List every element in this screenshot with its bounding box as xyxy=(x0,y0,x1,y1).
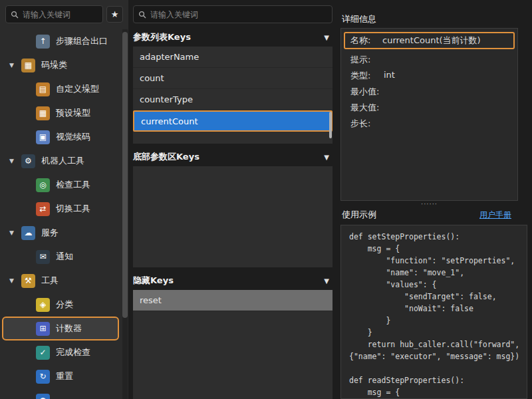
sidebar-item-partial[interactable]: ● xyxy=(0,388,121,399)
sidebar-item-completion-check[interactable]: ✓ 完成检查 xyxy=(0,340,121,364)
sidebar-item-inspection-tool[interactable]: ◎ 检查工具 xyxy=(0,173,121,197)
bottom-param-key-list xyxy=(133,166,332,267)
detail-row-max: 最大值: xyxy=(341,100,517,116)
classification-icon: ◈ xyxy=(36,298,50,312)
collapse-icon[interactable]: ▼ xyxy=(324,34,332,41)
search-icon xyxy=(138,11,146,19)
sidebar-item-switch-tool[interactable]: ⇄ 切换工具 xyxy=(0,197,121,221)
detail-row-min: 最小值: xyxy=(341,84,517,100)
panel-resize-handle[interactable]: ······ xyxy=(340,200,518,208)
sidebar-item-label: 切换工具 xyxy=(56,203,90,215)
param-key-item[interactable]: counterType xyxy=(133,89,332,110)
section-header-hidden-keys[interactable]: 隐藏Keys ▼ xyxy=(133,274,332,287)
param-key-list: adapterName count counterType currentCou… xyxy=(133,47,332,144)
detail-field-label: 提示: xyxy=(350,54,384,66)
sidebar-item-label: 分类 xyxy=(56,299,73,311)
section-title: 隐藏Keys xyxy=(133,275,174,287)
sidebar-scrollbar-thumb[interactable] xyxy=(122,32,128,318)
detail-field-label: 最大值: xyxy=(350,102,384,114)
code-example-text: def setStepProperties(): msg = { "functi… xyxy=(341,225,527,399)
section-header-bottom-param-keys[interactable]: 底部参数区Keys ▼ xyxy=(133,150,332,164)
sidebar-search-input[interactable] xyxy=(23,10,98,19)
preset-pallet-icon: ▦ xyxy=(36,106,50,120)
sidebar-item-palletizing-category[interactable]: ▼ ▦ 码垛类 xyxy=(0,53,121,77)
star-icon: ★ xyxy=(111,9,119,19)
sidebar-item-label: 视觉续码 xyxy=(56,131,90,143)
sidebar-item-step-group-exit[interactable]: ↑ 步骤组合出口 xyxy=(0,29,121,53)
detail-title: 详细信息 xyxy=(342,13,376,25)
user-manual-link[interactable]: 用户手册 xyxy=(479,209,511,221)
reset-icon: ↻ xyxy=(36,370,50,384)
tools-category-icon: ⚒ xyxy=(21,274,35,288)
sidebar-item-label: 计数器 xyxy=(56,323,82,334)
sidebar-search-box[interactable] xyxy=(5,5,103,23)
switch-tool-icon: ⇄ xyxy=(36,202,50,216)
detail-field-label: 步长: xyxy=(350,118,384,130)
detail-row-type: 类型: int xyxy=(341,68,517,84)
example-title: 使用示例 xyxy=(342,209,376,221)
keys-search-input[interactable] xyxy=(150,10,327,19)
detail-row-name-highlighted: 名称: currentCount(当前计数) xyxy=(344,32,515,49)
detail-row-hint: 提示: xyxy=(341,52,517,68)
sidebar-item-label: 机器人工具 xyxy=(41,155,84,167)
param-list-scrollbar[interactable] xyxy=(329,48,332,142)
example-header: 使用示例 用户手册 xyxy=(340,209,527,221)
sidebar-item-label: 完成检查 xyxy=(56,346,90,358)
sidebar-item-label: 步骤组合出口 xyxy=(56,35,108,47)
sidebar-item-service-category[interactable]: ▼ ☁ 服务 xyxy=(0,221,121,245)
service-category-icon: ☁ xyxy=(21,226,35,240)
parameter-keys-panel: 参数列表Keys ▼ adapterName count counterType… xyxy=(131,0,335,399)
hidden-key-list: reset xyxy=(133,290,332,399)
detail-row-step: 步长: xyxy=(341,116,517,132)
sidebar-item-tools-category[interactable]: ▼ ⚒ 工具 xyxy=(0,269,121,293)
sidebar-item-label: 码垛类 xyxy=(41,59,67,71)
sidebar-item-vision-continue[interactable]: ▣ 视觉续码 xyxy=(0,125,121,149)
sidebar-item-notification[interactable]: ✉ 通知 xyxy=(0,245,121,269)
chevron-down-icon[interactable]: ▼ xyxy=(9,229,21,236)
param-list-scrollbar-thumb[interactable] xyxy=(329,112,332,138)
section-title: 底部参数区Keys xyxy=(133,151,200,163)
vision-continue-icon: ▣ xyxy=(36,130,50,144)
detail-panel: 详细信息 名称: currentCount(当前计数) 提示: 类型: int … xyxy=(340,0,529,399)
hidden-key-item[interactable]: reset xyxy=(133,290,332,311)
detail-field-label: 名称: xyxy=(350,35,382,47)
sidebar-item-counter[interactable]: ⊞ 计数器 xyxy=(2,317,119,340)
keys-search-box[interactable] xyxy=(133,5,332,23)
detail-field-value: currentCount(当前计数) xyxy=(382,35,481,47)
collapse-icon[interactable]: ▼ xyxy=(324,154,332,161)
sidebar-item-label: 服务 xyxy=(41,227,59,239)
detail-field-label: 最小值: xyxy=(350,86,384,98)
code-example-box: def setStepProperties(): msg = { "functi… xyxy=(340,225,527,399)
chevron-down-icon[interactable]: ▼ xyxy=(9,158,21,164)
param-key-item-selected[interactable]: currentCount xyxy=(133,110,332,132)
sidebar-item-label: 检查工具 xyxy=(56,179,90,191)
sidebar-item-custom-pallet-pattern[interactable]: ▤ 自定义垛型 xyxy=(0,77,121,101)
sidebar-item-label: 自定义垛型 xyxy=(56,83,99,95)
custom-pallet-icon: ▤ xyxy=(36,82,50,96)
detail-field-label: 类型: xyxy=(350,70,384,82)
step-group-exit-icon: ↑ xyxy=(36,35,50,49)
section-title: 参数列表Keys xyxy=(133,31,191,43)
favorites-filter-button[interactable]: ★ xyxy=(106,6,123,23)
chevron-down-icon[interactable]: ▼ xyxy=(9,277,21,284)
sidebar-item-preset-pallet-pattern[interactable]: ▦ 预设垛型 xyxy=(0,101,121,125)
step-library-sidebar: ★ ↑ 步骤组合出口 ▼ ▦ 码垛类 ▤ 自定义垛型 ▦ 预设垛型 ▣ 视觉 xyxy=(0,0,128,399)
counter-icon: ⊞ xyxy=(36,322,50,336)
detail-field-value: int xyxy=(384,70,395,80)
robot-tools-category-icon: ⚙ xyxy=(21,154,35,168)
sidebar-scrollbar[interactable] xyxy=(122,29,128,399)
collapse-icon[interactable]: ▼ xyxy=(324,277,332,285)
sidebar-item-label: 重置 xyxy=(56,370,73,382)
inspection-tool-icon: ◎ xyxy=(36,178,50,192)
sidebar-item-robot-tools-category[interactable]: ▼ ⚙ 机器人工具 xyxy=(0,149,121,173)
section-header-param-list-keys[interactable]: 参数列表Keys ▼ xyxy=(133,31,332,44)
param-key-item[interactable]: adapterName xyxy=(133,47,332,68)
param-key-item[interactable]: count xyxy=(133,68,332,89)
step-tree: ↑ 步骤组合出口 ▼ ▦ 码垛类 ▤ 自定义垛型 ▦ 预设垛型 ▣ 视觉续码 ▼ xyxy=(0,29,121,399)
sidebar-item-label: 预设垛型 xyxy=(56,107,90,119)
notification-icon: ✉ xyxy=(36,250,50,264)
sidebar-item-classification[interactable]: ◈ 分类 xyxy=(0,293,121,317)
sidebar-item-reset[interactable]: ↻ 重置 xyxy=(0,364,121,388)
chevron-down-icon[interactable]: ▼ xyxy=(9,62,21,68)
palletizing-category-icon: ▦ xyxy=(21,59,35,72)
